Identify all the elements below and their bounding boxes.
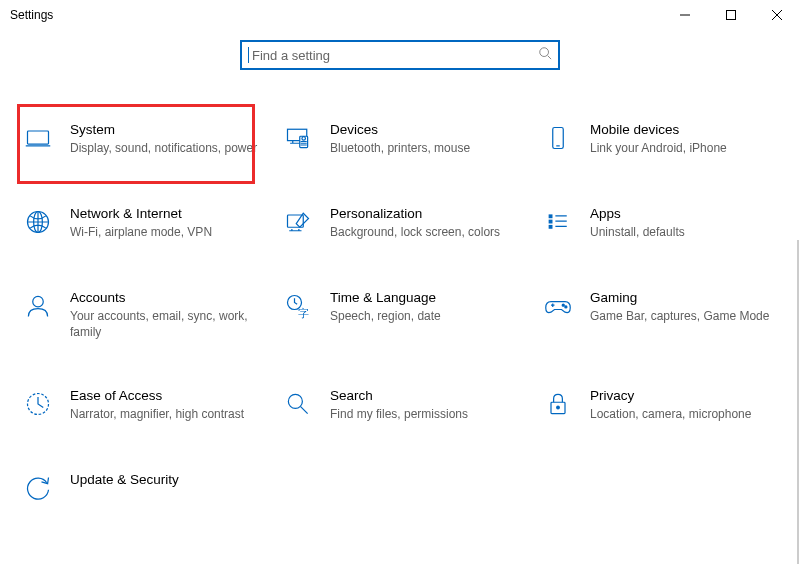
category-title: Privacy (590, 388, 784, 403)
category-desc: Link your Android, iPhone (590, 140, 784, 156)
svg-point-13 (33, 296, 44, 307)
category-title: Ease of Access (70, 388, 264, 403)
minimize-button[interactable] (662, 0, 708, 30)
category-devices[interactable]: Devices Bluetooth, printers, mouse (280, 122, 530, 158)
category-title: Network & Internet (70, 206, 264, 221)
svg-point-17 (565, 306, 567, 308)
category-mobile-devices[interactable]: Mobile devices Link your Android, iPhone (540, 122, 790, 158)
title-bar: Settings (0, 0, 800, 30)
svg-point-21 (557, 407, 560, 410)
devices-icon (280, 122, 316, 158)
search-icon (538, 46, 552, 64)
phone-icon (540, 122, 576, 158)
category-desc: Display, sound, notifications, power (70, 140, 264, 156)
time-language-icon: 字 (280, 290, 316, 326)
category-title: Accounts (70, 290, 264, 305)
update-icon (20, 472, 56, 508)
globe-icon (20, 206, 56, 242)
category-apps[interactable]: Apps Uninstall, defaults (540, 206, 790, 242)
category-accounts[interactable]: Accounts Your accounts, email, sync, wor… (20, 290, 270, 340)
category-title: Search (330, 388, 524, 403)
category-search[interactable]: Search Find my files, permissions (280, 388, 530, 424)
category-title: Mobile devices (590, 122, 784, 137)
svg-rect-10 (549, 215, 552, 218)
gamepad-icon (540, 290, 576, 326)
category-gaming[interactable]: Gaming Game Bar, captures, Game Mode (540, 290, 790, 340)
category-desc: Speech, region, date (330, 308, 524, 324)
system-icon (20, 122, 56, 158)
window-title: Settings (10, 8, 53, 22)
svg-point-1 (540, 48, 549, 57)
search-input[interactable]: Find a setting (240, 40, 560, 70)
category-network[interactable]: Network & Internet Wi-Fi, airplane mode,… (20, 206, 270, 242)
category-title: Personalization (330, 206, 524, 221)
category-desc: Bluetooth, printers, mouse (330, 140, 524, 156)
category-ease-of-access[interactable]: Ease of Access Narrator, magnifier, high… (20, 388, 270, 424)
category-desc: Narrator, magnifier, high contrast (70, 406, 264, 422)
close-button[interactable] (754, 0, 800, 30)
vertical-scrollbar[interactable] (797, 240, 799, 564)
category-desc: Find my files, permissions (330, 406, 524, 422)
person-icon (20, 290, 56, 326)
category-title: Apps (590, 206, 784, 221)
category-title: System (70, 122, 264, 137)
personalization-icon (280, 206, 316, 242)
category-privacy[interactable]: Privacy Location, camera, microphone (540, 388, 790, 424)
lock-icon (540, 388, 576, 424)
category-personalization[interactable]: Personalization Background, lock screen,… (280, 206, 530, 242)
category-update-security[interactable]: Update & Security (20, 472, 270, 508)
search-placeholder: Find a setting (252, 48, 538, 63)
svg-rect-0 (727, 11, 736, 20)
category-title: Gaming (590, 290, 784, 305)
apps-icon (540, 206, 576, 242)
svg-rect-11 (549, 220, 552, 223)
category-time-language[interactable]: 字 Time & Language Speech, region, date (280, 290, 530, 340)
category-desc: Game Bar, captures, Game Mode (590, 308, 784, 324)
ease-of-access-icon (20, 388, 56, 424)
category-title: Devices (330, 122, 524, 137)
category-desc: Wi-Fi, airplane mode, VPN (70, 224, 264, 240)
maximize-button[interactable] (708, 0, 754, 30)
svg-point-19 (288, 395, 302, 409)
svg-text:字: 字 (298, 307, 309, 319)
svg-point-16 (562, 304, 564, 306)
magnifier-icon (280, 388, 316, 424)
category-system[interactable]: System Display, sound, notifications, po… (20, 122, 270, 158)
category-desc: Your accounts, email, sync, work, family (70, 308, 264, 340)
category-desc: Uninstall, defaults (590, 224, 784, 240)
category-title: Update & Security (70, 472, 264, 487)
category-desc: Background, lock screen, colors (330, 224, 524, 240)
svg-rect-2 (28, 131, 49, 144)
category-desc: Location, camera, microphone (590, 406, 784, 422)
category-title: Time & Language (330, 290, 524, 305)
svg-rect-12 (549, 226, 552, 229)
